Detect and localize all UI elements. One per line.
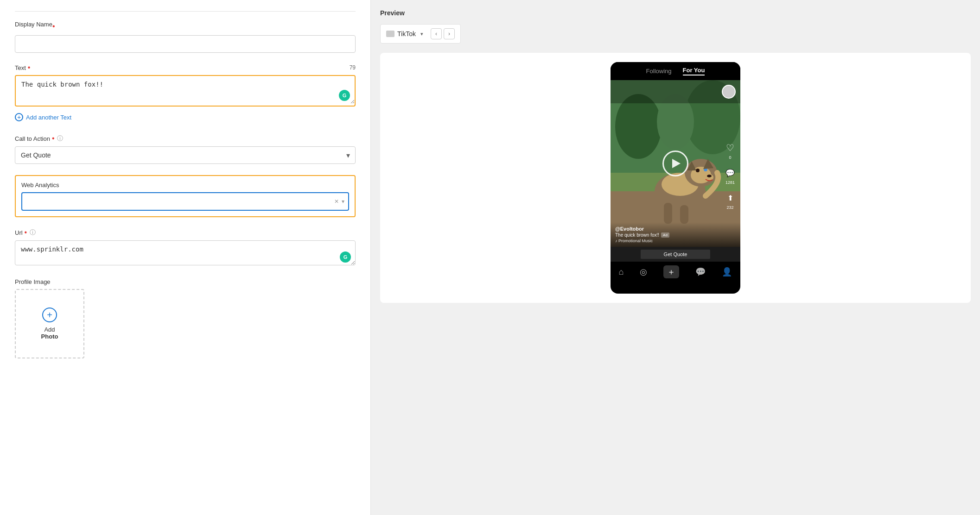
preview-title: Preview — [380, 9, 971, 17]
search-nav-icon[interactable]: ◎ — [640, 267, 647, 277]
right-panel: Preview TikTok ▾ ‹ › Following For You — [371, 0, 980, 515]
svg-rect-17 — [680, 205, 688, 224]
grammarly-icon: G — [339, 90, 350, 101]
profile-image-group: Profile Image + Add Photo — [15, 278, 356, 358]
url-label: Url — [15, 229, 23, 236]
cta-required: • — [52, 135, 55, 142]
url-info-icon[interactable]: ⓘ — [30, 228, 36, 237]
left-panel: Display Name • Evoltobor Text • 79 The q… — [0, 0, 371, 515]
cta-label: Call to Action — [15, 135, 50, 142]
platform-selector[interactable]: TikTok ▾ — [386, 30, 423, 38]
play-triangle — [672, 159, 681, 168]
music-text: ♪ Promotional Music — [615, 239, 653, 243]
tiktok-platform-icon — [386, 31, 395, 37]
add-another-label: Add another Text — [26, 114, 71, 121]
cta-info-icon[interactable]: ⓘ — [57, 134, 63, 143]
url-group: Url • ⓘ www.sprinklr.com G — [15, 228, 356, 267]
for-you-tab[interactable]: For You — [683, 67, 705, 75]
platform-name: TikTok — [397, 30, 416, 38]
video-bottom: @Evoltobor The quick brown fox!! Ad ♪ Pr… — [611, 222, 740, 247]
phone-video-area: ♡ 0 💬 1281 ⬆ 232 @Evoltobor — [611, 80, 740, 247]
display-name-input[interactable]: Evoltobor — [15, 35, 356, 53]
add-another-text-button[interactable]: + Add another Text — [15, 111, 71, 123]
comment-action[interactable]: 💬 1281 — [724, 166, 737, 185]
top-divider — [15, 11, 356, 12]
url-input[interactable]: www.sprinklr.com — [15, 240, 356, 265]
clear-icon[interactable]: ✕ — [334, 198, 339, 205]
cta-bar: Get Quote — [611, 247, 740, 262]
analytics-icons: ✕ ▾ — [334, 198, 344, 205]
like-count: 0 — [729, 155, 731, 160]
like-action[interactable]: ♡ 0 — [724, 141, 737, 160]
profile-image-upload[interactable]: + Add Photo — [15, 289, 84, 358]
text-label: Text — [15, 64, 26, 71]
inbox-nav-icon[interactable]: 💬 — [695, 267, 706, 277]
next-arrow[interactable]: › — [444, 28, 455, 39]
phone-header: Following For You — [611, 62, 740, 80]
comment-count: 1281 — [725, 180, 735, 185]
svg-point-10 — [696, 169, 700, 172]
svg-rect-16 — [664, 203, 672, 224]
preview-device-area: Following For You — [380, 53, 971, 303]
char-count: 79 — [350, 64, 356, 71]
text-group: Text • 79 The quick brown fox!! G + Add … — [15, 64, 356, 123]
video-music: ♪ Promotional Music — [615, 239, 736, 243]
avatar-container — [722, 85, 736, 99]
profile-image-label: Profile Image — [15, 278, 356, 285]
svg-point-13 — [707, 175, 712, 177]
add-photo-text: Add Photo — [41, 326, 58, 340]
display-name-required: • — [52, 23, 55, 30]
analytics-dropdown-arrow: ▾ — [342, 198, 344, 205]
ad-badge: Ad — [661, 232, 669, 238]
create-nav-button[interactable]: ＋ — [663, 265, 679, 278]
add-photo-add: Add — [44, 326, 55, 333]
phone-mockup: Following For You — [611, 62, 740, 294]
url-grammarly-icon: G — [340, 251, 351, 263]
text-input[interactable]: The quick brown fox!! — [16, 76, 355, 104]
share-action[interactable]: ⬆ 232 — [724, 191, 737, 210]
svg-rect-18 — [611, 80, 740, 103]
like-icon: ♡ — [724, 141, 737, 154]
cta-select-wrapper: Get Quote Learn More Shop Now Sign Up ▾ — [15, 146, 356, 164]
following-tab[interactable]: Following — [646, 68, 672, 75]
analytics-input[interactable]: Google Analytics 2k19 — [21, 192, 349, 211]
platform-dropdown-arrow: ▾ — [420, 31, 423, 37]
share-count: 232 — [726, 205, 733, 210]
cta-group: Call to Action • ⓘ Get Quote Learn More … — [15, 134, 356, 164]
text-required: • — [28, 64, 31, 71]
video-caption: The quick brown fox!! — [615, 232, 659, 238]
display-name-group: Display Name • Evoltobor — [15, 21, 356, 53]
profile-nav-icon[interactable]: 👤 — [722, 267, 732, 277]
preview-toolbar: TikTok ▾ ‹ › — [380, 24, 461, 44]
avatar — [722, 85, 736, 99]
url-wrapper: www.sprinklr.com G — [15, 240, 356, 267]
video-text-row: The quick brown fox!! Ad — [615, 232, 736, 238]
plus-circle-icon: + — [15, 113, 23, 121]
cta-button[interactable]: Get Quote — [641, 250, 711, 259]
web-analytics-label: Web Analytics — [21, 182, 349, 188]
web-analytics-box: Web Analytics Google Analytics 2k19 ✕ ▾ — [15, 175, 356, 217]
display-name-label: Display Name — [15, 21, 52, 28]
side-actions: ♡ 0 💬 1281 ⬆ 232 — [724, 141, 737, 210]
add-photo-plus-icon: + — [42, 308, 57, 322]
video-user-handle: @Evoltobor — [615, 226, 736, 232]
url-required: • — [25, 229, 27, 236]
cta-select[interactable]: Get Quote Learn More Shop Now Sign Up — [15, 146, 356, 164]
play-button[interactable] — [662, 151, 688, 176]
phone-nav: ⌂ ◎ ＋ 💬 👤 — [611, 262, 740, 282]
add-photo-photo: Photo — [41, 333, 58, 340]
svg-point-3 — [615, 94, 662, 159]
nav-arrows: ‹ › — [431, 28, 455, 39]
analytics-select-wrapper: Google Analytics 2k19 ✕ ▾ — [21, 192, 349, 211]
share-icon: ⬆ — [724, 191, 737, 204]
home-nav-icon[interactable]: ⌂ — [619, 267, 624, 277]
comment-icon: 💬 — [724, 166, 737, 179]
text-area-wrapper: The quick brown fox!! G — [15, 75, 356, 107]
prev-arrow[interactable]: ‹ — [431, 28, 442, 39]
